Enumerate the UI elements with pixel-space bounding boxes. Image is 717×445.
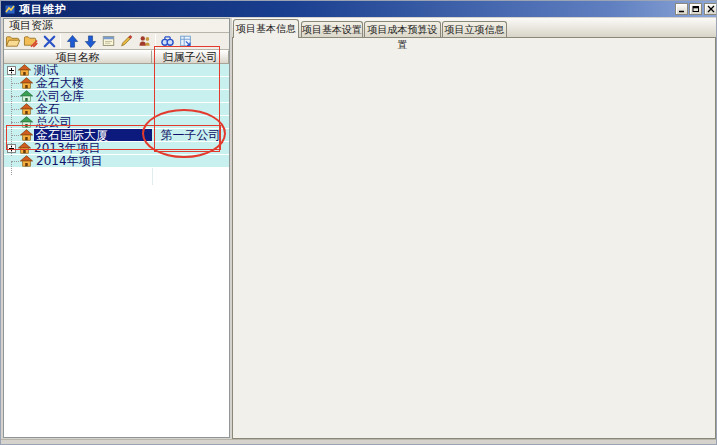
tree-row-label[interactable]: 总公司 [34, 116, 74, 128]
tab-项目基本设置[interactable]: 项目基本设置 [301, 21, 363, 37]
titlebar: 项目维护 [1, 1, 717, 17]
project-resource-panel: 项目资源 项目名称 归属子公司 测试金石大楼公司仓库金石总公司金石国际大厦第一子… [3, 18, 230, 438]
house-green-icon [20, 90, 33, 102]
tree-row-2014年项目[interactable]: 2014年项目 [4, 155, 229, 168]
house-orange-icon [18, 64, 31, 76]
tree-elbow-line [11, 135, 19, 136]
tree-row-label[interactable]: 2014年项目 [34, 155, 105, 167]
users-icon[interactable] [135, 33, 153, 49]
house-orange-icon [18, 142, 31, 154]
window-title: 项目维护 [19, 2, 67, 17]
house-orange-icon [20, 129, 33, 141]
view-card-icon[interactable] [99, 33, 117, 49]
tree-row-label[interactable]: 金石大楼 [34, 77, 86, 89]
close-icon[interactable] [704, 3, 717, 15]
toolbar-separator [155, 34, 156, 48]
tree-elbow-line [11, 109, 19, 110]
tree-elbow-line [11, 96, 19, 97]
delete-x-icon[interactable] [40, 33, 58, 49]
move-up-icon[interactable] [63, 33, 81, 49]
export-grid-icon[interactable] [176, 33, 194, 49]
search-binoculars-icon[interactable] [158, 33, 176, 49]
minimize-icon[interactable] [675, 3, 688, 15]
house-orange-icon [20, 155, 33, 167]
restore-icon[interactable] [689, 3, 702, 15]
tree-guide-line [11, 71, 12, 156]
tree-grid-header: 项目名称 归属子公司 [4, 50, 229, 64]
resource-panel-header: 项目资源 [4, 19, 229, 33]
folder-modify-icon[interactable] [22, 33, 40, 49]
tree-elbow-line [11, 161, 19, 162]
house-green-icon [20, 116, 33, 128]
tab-项目成本预算设置[interactable]: 项目成本预算设置 [364, 21, 441, 37]
tree-elbow-line [11, 122, 19, 123]
project-maintenance-window: 项目维护 项目资源 项目名称 归属子公司 测试金石大楼公司仓库金石总公司金石国际… [0, 0, 717, 445]
edit-pen-icon[interactable] [117, 33, 135, 49]
tree-row-subsidiary: 第一子公司 [152, 129, 229, 141]
bottom-strip [1, 439, 717, 445]
toolbar-separator [60, 34, 61, 48]
tree-row-label[interactable]: 金石 [34, 103, 62, 115]
house-orange-icon [20, 103, 33, 115]
tree-toolbar [4, 33, 229, 50]
tab-项目立项信息[interactable]: 项目立项信息 [442, 21, 507, 37]
folder-open-icon[interactable] [4, 33, 22, 49]
tab-content [232, 37, 716, 439]
column-header-project-name[interactable]: 项目名称 [4, 50, 152, 64]
tab-项目基本信息[interactable]: 项目基本信息 [233, 19, 299, 38]
column-header-subsidiary[interactable]: 归属子公司 [152, 50, 229, 64]
tree-row-label[interactable]: 测试 [32, 64, 60, 76]
tree-row-label[interactable]: 2013年项目 [32, 142, 103, 154]
house-orange-icon [20, 77, 33, 89]
app-icon [4, 3, 16, 15]
move-down-icon[interactable] [81, 33, 99, 49]
tree-row-label[interactable]: 金石国际大厦 [34, 129, 152, 141]
project-tree: 测试金石大楼公司仓库金石总公司金石国际大厦第一子公司2013年项目2014年项目 [4, 64, 229, 168]
tree-elbow-line [11, 83, 19, 84]
tree-row-label[interactable]: 公司仓库 [34, 90, 86, 102]
tree-guide-line [11, 162, 12, 175]
